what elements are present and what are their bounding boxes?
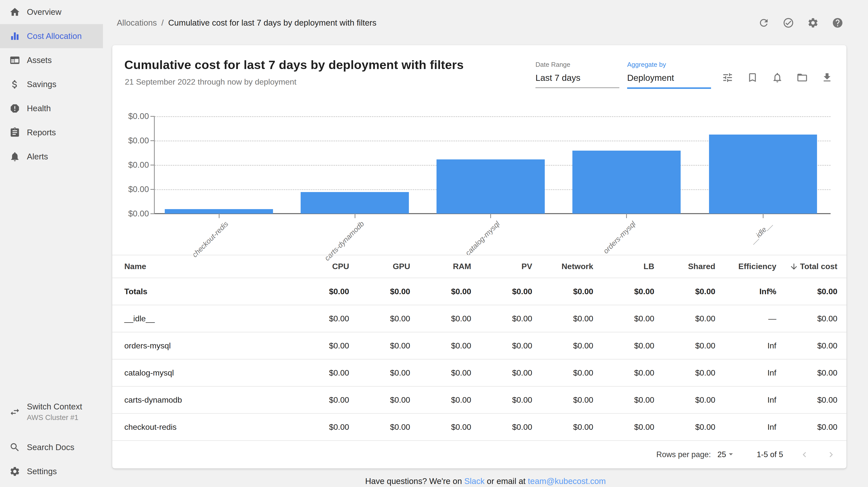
sidebar-item-label: Overview	[27, 7, 62, 17]
table-pagination: Rows per page: 25 1-5 of 5	[112, 441, 846, 468]
sidebar-item-settings[interactable]: Settings	[0, 459, 103, 484]
next-page-button[interactable]	[826, 449, 836, 460]
cell-cost: $0.00	[660, 314, 721, 323]
sidebar-item-label: Search Docs	[27, 443, 74, 452]
y-axis-tick-label: $0.00	[112, 160, 149, 170]
cell-total-cost: $0.00	[782, 314, 843, 323]
column-header-efficiency[interactable]: Efficiency	[721, 262, 782, 271]
rows-per-page-select[interactable]: 25	[717, 449, 735, 460]
breadcrumb-allocations-link[interactable]: Allocations	[117, 18, 157, 28]
x-tick	[490, 214, 491, 218]
bar-__idle__[interactable]	[709, 135, 817, 214]
cell-cost: $0.00	[538, 422, 599, 432]
y-axis-tick-label: $0.00	[112, 208, 149, 219]
cell-cost: $0.00	[416, 287, 477, 296]
column-header-gpu[interactable]: GPU	[355, 262, 416, 271]
folder-button[interactable]	[797, 72, 808, 83]
cell-cost: $0.00	[416, 422, 477, 432]
report-title: Cumulative cost for last 7 days by deplo…	[124, 58, 464, 72]
card-action-icons	[722, 72, 833, 83]
sidebar-item-alerts[interactable]: Alerts	[0, 144, 103, 169]
caret-down-icon	[726, 449, 736, 459]
table-row-orders-mysql[interactable]: orders-mysql$0.00$0.00$0.00$0.00$0.00$0.…	[112, 332, 846, 359]
cell-cost: $0.00	[538, 341, 599, 351]
column-header-ram[interactable]: RAM	[416, 262, 477, 271]
column-header-network[interactable]: Network	[538, 262, 599, 271]
cell-cost: $0.00	[538, 368, 599, 378]
report-subtitle: 21 September 2022 through now by deploym…	[125, 77, 297, 87]
bar-checkout-redis[interactable]	[165, 209, 273, 214]
column-header-total-cost[interactable]: Total cost	[782, 262, 843, 271]
sidebar-item-label: Health	[27, 104, 51, 113]
search-icon	[9, 442, 20, 453]
sidebar-item-assets[interactable]: Assets	[0, 48, 103, 72]
cell-cost: $0.00	[660, 422, 721, 432]
gear-icon	[9, 466, 20, 477]
refresh-button[interactable]	[758, 17, 770, 29]
cell-cost: $0.00	[660, 395, 721, 405]
check-circle-button[interactable]	[783, 17, 794, 29]
cell-cost: $0.00	[599, 422, 660, 432]
swap-horiz-icon	[9, 407, 20, 418]
reports-icon	[9, 127, 20, 138]
sidebar-footer: Switch ContextAWS Cluster #1Search DocsS…	[0, 398, 103, 484]
sidebar-item-label: Savings	[27, 79, 56, 89]
cell-total-cost: $0.00	[782, 368, 843, 378]
sidebar-item-cost-allocation[interactable]: Cost Allocation	[0, 24, 103, 48]
cell-cost: $0.00	[538, 314, 599, 323]
table-row-Totals[interactable]: Totals$0.00$0.00$0.00$0.00$0.00$0.00$0.0…	[112, 278, 846, 305]
cell-cost: $0.00	[355, 395, 416, 405]
bar-orders-mysql[interactable]	[572, 151, 681, 214]
rows-per-page-value: 25	[717, 450, 726, 459]
page-footer: Have questions? We're on Slack or email …	[103, 477, 868, 486]
cell-cost: $0.00	[416, 314, 477, 323]
cell-cost: $0.00	[294, 314, 355, 323]
bar-carts-dynamodb[interactable]	[301, 192, 409, 214]
date-range-select[interactable]: Date Range Last 7 days	[535, 61, 619, 88]
sidebar-nav: OverviewCost AllocationAssetsSavingsHeal…	[0, 0, 103, 169]
bell-outline-button[interactable]	[772, 72, 783, 83]
sidebar-item-overview[interactable]: Overview	[0, 0, 103, 24]
column-header-shared[interactable]: Shared	[660, 262, 721, 271]
cell-cost: $0.00	[416, 368, 477, 378]
table-row-catalog-mysql[interactable]: catalog-mysql$0.00$0.00$0.00$0.00$0.00$0…	[112, 359, 846, 387]
chart-plot-area: checkout-rediscarts-dynamodbcatalog-mysq…	[154, 116, 831, 214]
cell-cost: $0.00	[599, 287, 660, 296]
y-axis-tick-label: $0.00	[112, 111, 149, 121]
help-button[interactable]	[832, 17, 843, 29]
column-header-name[interactable]: Name	[124, 262, 294, 271]
slack-link[interactable]: Slack	[464, 477, 485, 486]
y-tick	[150, 165, 155, 165]
chevron-right-icon	[826, 449, 836, 460]
kubecost-app: OverviewCost AllocationAssetsSavingsHeal…	[0, 0, 868, 487]
previous-page-button[interactable]	[799, 449, 810, 460]
gear-button[interactable]	[807, 17, 819, 29]
y-tick	[150, 189, 155, 190]
table-row-checkout-redis[interactable]: checkout-redis$0.00$0.00$0.00$0.00$0.00$…	[112, 414, 846, 441]
aggregate-by-select[interactable]: Aggregate by Deployment	[627, 61, 711, 89]
cell-cost: $0.00	[660, 368, 721, 378]
tune-button[interactable]	[722, 72, 733, 83]
download-button[interactable]	[821, 72, 833, 83]
cell-cost: $0.00	[355, 287, 416, 296]
cell-efficiency: Inf%	[721, 287, 782, 296]
sidebar-item-savings[interactable]: Savings	[0, 72, 103, 96]
column-header-lb[interactable]: LB	[599, 262, 660, 271]
bar-catalog-mysql[interactable]	[436, 159, 545, 214]
breadcrumb-separator: /	[161, 18, 164, 28]
email-link[interactable]: team@kubecost.com	[528, 477, 606, 486]
cell-total-cost: $0.00	[782, 287, 843, 296]
column-header-pv[interactable]: PV	[477, 262, 538, 271]
cell-name: catalog-mysql	[124, 368, 294, 378]
sidebar-item-health[interactable]: Health	[0, 96, 103, 121]
table-row-carts-dynamodb[interactable]: carts-dynamodb$0.00$0.00$0.00$0.00$0.00$…	[112, 387, 846, 414]
cell-cost: $0.00	[477, 368, 538, 378]
sidebar-item-search-docs[interactable]: Search Docs	[0, 435, 103, 459]
sidebar-item-switch-context[interactable]: Switch ContextAWS Cluster #1	[0, 398, 103, 425]
bookmark-outline-button[interactable]	[747, 72, 758, 83]
sidebar-item-reports[interactable]: Reports	[0, 121, 103, 144]
aggregate-by-value: Deployment	[627, 69, 711, 89]
column-header-cpu[interactable]: CPU	[294, 262, 355, 271]
cell-cost: $0.00	[355, 314, 416, 323]
table-row-idle[interactable]: __idle__$0.00$0.00$0.00$0.00$0.00$0.00$0…	[112, 305, 846, 332]
